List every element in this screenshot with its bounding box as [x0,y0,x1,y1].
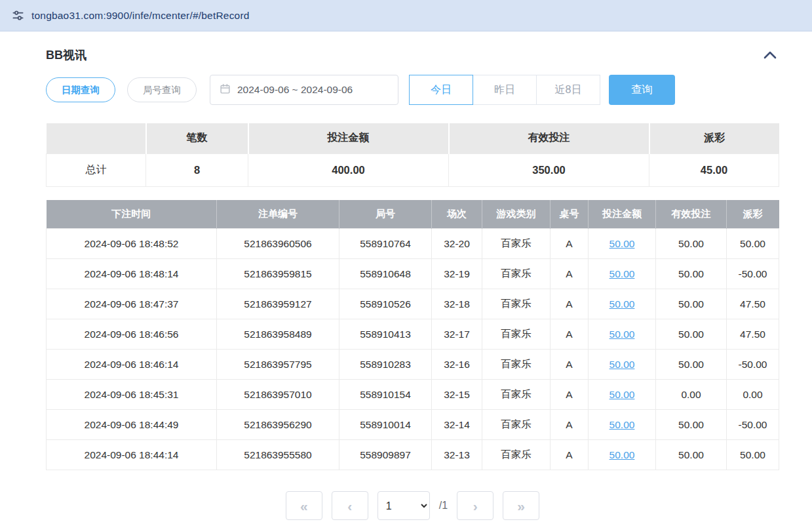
cell-bet-amount: 50.00 [589,410,656,440]
cell-bet-amount: 50.00 [589,229,656,259]
bet-amount-link[interactable]: 50.00 [609,238,635,249]
cell-bet-amount: 50.00 [589,259,656,289]
cell-session: 32-18 [432,289,482,319]
collapse-panel-button[interactable] [761,48,779,62]
cell-order-no: 521863959127 [217,289,339,319]
cell-table-no: A [551,229,589,259]
col-session: 场次 [432,200,482,229]
address-url[interactable]: tongbao31.com:9900/infe/mcenter/#/betRec… [31,10,250,22]
bet-amount-link[interactable]: 50.00 [609,298,635,310]
sum-col-count: 笔数 [146,123,248,153]
summary-total-row: 总计 8 400.00 350.00 45.00 [47,153,779,186]
browser-address-bar: tongbao31.com:9900/infe/mcenter/#/betRec… [0,0,812,31]
chevron-up-icon [762,53,778,63]
cell-bet-time: 2024-09-06 18:46:14 [47,350,217,380]
cell-session: 32-14 [432,410,482,440]
bet-amount-link[interactable]: 50.00 [609,359,635,370]
date-range-input[interactable]: 2024-09-06 ~ 2024-09-06 [210,75,398,105]
quick-filter-today[interactable]: 今日 [409,75,473,105]
table-row: 2024-09-06 18:46:14521863957795558910283… [47,350,779,380]
date-range-value: 2024-09-06 ~ 2024-09-06 [237,84,353,96]
bet-table-body: 2024-09-06 18:48:52521863960506558910764… [47,229,779,470]
sum-col-payout: 派彩 [649,123,779,153]
cell-round-no: 558910413 [339,319,432,350]
cell-game-type: 百家乐 [482,289,551,319]
prev-page-button[interactable]: ‹ [332,491,368,520]
chevron-right-icon: › [473,498,478,514]
date-query-tab[interactable]: 日期查询 [46,77,115,102]
cell-session: 32-20 [432,229,482,259]
cell-session: 32-19 [432,259,482,289]
cell-session: 32-16 [432,350,482,380]
cell-payout: 47.50 [727,289,779,319]
summary-header: 笔数 投注金额 有效投注 派彩 [47,123,779,153]
cell-game-type: 百家乐 [482,350,551,380]
cell-bet-amount: 50.00 [589,319,656,350]
calendar-icon [220,83,231,97]
cell-order-no: 521863957795 [217,350,339,380]
cell-table-no: A [551,319,589,350]
cell-table-no: A [551,350,589,380]
page-select[interactable]: 1 [377,491,430,520]
cell-table-no: A [551,259,589,289]
cell-payout: 50.00 [727,440,779,470]
next-page-button[interactable]: › [457,491,493,520]
cell-order-no: 521863955580 [217,440,339,470]
cell-bet-time: 2024-09-06 18:48:14 [47,259,217,289]
site-settings-icon[interactable] [10,9,25,23]
cell-game-type: 百家乐 [482,440,551,470]
quick-filter-yesterday[interactable]: 昨日 [473,75,537,105]
bet-amount-link[interactable]: 50.00 [609,389,635,400]
cell-round-no: 558910014 [339,410,432,440]
cell-order-no: 521863957010 [217,380,339,410]
col-bet-time: 下注时间 [47,200,217,229]
bet-amount-link[interactable]: 50.00 [609,419,635,430]
col-order-no: 注单编号 [217,200,339,229]
cell-table-no: A [551,289,589,319]
cell-valid-bet: 50.00 [656,440,727,470]
double-chevron-left-icon: « [300,498,308,514]
first-page-button[interactable]: « [286,491,322,520]
cell-valid-bet: 0.00 [656,380,727,410]
cell-table-no: A [551,440,589,470]
table-row: 2024-09-06 18:44:49521863956290558910014… [47,410,779,440]
cell-payout: 50.00 [727,229,779,259]
cell-game-type: 百家乐 [482,380,551,410]
sum-col-valid-bet: 有效投注 [449,123,649,153]
total-pages-label: /1 [439,500,448,512]
table-row: 2024-09-06 18:44:14521863955580558909897… [47,440,779,470]
bet-amount-link[interactable]: 50.00 [609,268,635,279]
summary-valid-bet-value: 350.00 [449,153,649,186]
page-title: BB视讯 [46,47,87,63]
cell-round-no: 558910648 [339,259,432,289]
cell-payout: -50.00 [727,410,779,440]
col-bet-amount: 投注金额 [589,200,656,229]
cell-payout: 47.50 [727,319,779,350]
col-round-no: 局号 [339,200,432,229]
bet-amount-link[interactable]: 50.00 [609,329,635,340]
search-button[interactable]: 查询 [609,75,675,105]
last-page-button[interactable]: » [503,491,539,520]
bet-table: 下注时间 注单编号 局号 场次 游戏类别 桌号 投注金额 有效投注 派彩 202… [46,200,779,471]
cell-valid-bet: 50.00 [656,319,727,350]
cell-bet-time: 2024-09-06 18:44:14 [47,440,217,470]
col-payout: 派彩 [727,200,779,229]
filter-row: 日期查询 局号查询 2024-09-06 ~ 2024-09-06 今日 昨日 … [46,75,779,105]
cell-session: 32-13 [432,440,482,470]
table-row: 2024-09-06 18:48:52521863960506558910764… [47,229,779,259]
cell-table-no: A [551,380,589,410]
cell-session: 32-15 [432,380,482,410]
cell-order-no: 521863956290 [217,410,339,440]
table-row: 2024-09-06 18:48:14521863959815558910648… [47,259,779,289]
quick-filter-last8days[interactable]: 近8日 [536,75,600,105]
summary-total-label: 总计 [47,153,146,186]
cell-valid-bet: 50.00 [656,229,727,259]
bet-amount-link[interactable]: 50.00 [609,449,635,460]
col-game-type: 游戏类别 [482,200,551,229]
cell-order-no: 521863958489 [217,319,339,350]
cell-round-no: 558910154 [339,380,432,410]
summary-bet-amount-value: 400.00 [248,153,449,186]
cell-round-no: 558910764 [339,229,432,259]
round-query-tab[interactable]: 局号查询 [127,77,197,102]
cell-bet-amount: 50.00 [589,289,656,319]
